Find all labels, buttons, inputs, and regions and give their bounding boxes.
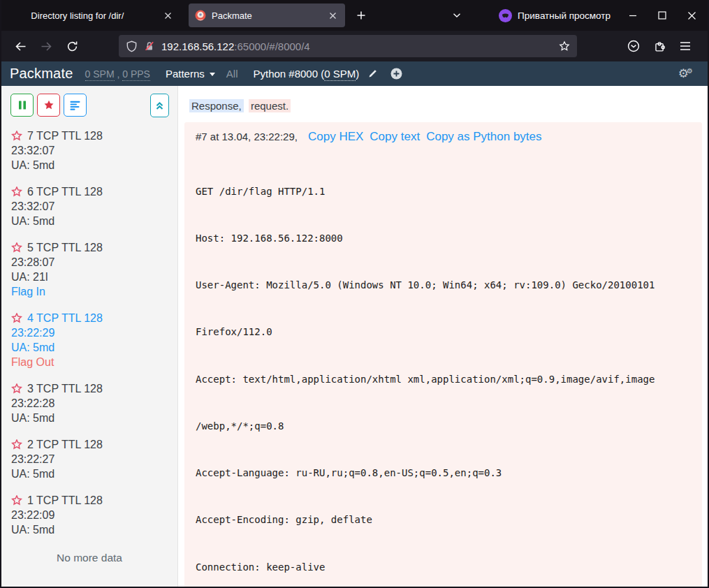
minimize-button[interactable]	[629, 11, 637, 20]
packet-list-item-6[interactable]: 6 TCP TTL 128 23:32:07 UA: 5md	[11, 184, 177, 228]
spm-stat: 0 SPM	[85, 68, 115, 81]
sidebar-toolbar	[1, 86, 177, 117]
tab-title: Directory listing for /dir/	[31, 10, 124, 21]
list-all-tabs-icon[interactable]	[451, 10, 462, 21]
tab-bar: Directory listing for /dir/ Packmate При…	[1, 0, 708, 31]
packet-list-item-1[interactable]: 1 TCP TTL 128 23:22:09 UA: 5md	[11, 493, 177, 537]
request-payload: GET /dir/flag HTTP/1.1 Host: 192.168.56.…	[196, 152, 691, 587]
forward-button[interactable]	[36, 36, 57, 57]
url-bar[interactable]: 192.168.56.122:65000/#/8000/4	[119, 35, 577, 57]
insecure-lock-icon[interactable]	[144, 41, 155, 52]
favorite-star-icon[interactable]	[11, 131, 22, 141]
tab-service-python-8000[interactable]: Python #8000 (0 SPM)	[253, 68, 359, 80]
packet-detail-pane: Response, request. #7 at 13.04, 23:22:29…	[178, 86, 708, 587]
add-service-button[interactable]	[390, 68, 402, 80]
tab-packmate[interactable]: Packmate	[189, 3, 345, 27]
edit-service-pencil-icon[interactable]	[367, 68, 378, 79]
patterns-dropdown[interactable]: Patterns	[166, 68, 215, 80]
packmate-header: Packmate 0 SPM , 0 PPS Patterns All Pyth…	[1, 61, 708, 86]
packet-list: 7 TCP TTL 128 23:32:07 UA: 5md 6 TCP TTL…	[1, 117, 177, 537]
close-tab-icon[interactable]	[327, 10, 339, 22]
bookmark-star-icon[interactable]	[559, 41, 570, 52]
copy-text-link[interactable]: Copy text	[370, 130, 420, 144]
menu-hamburger-icon[interactable]	[675, 36, 696, 57]
content-area: 7 TCP TTL 128 23:32:07 UA: 5md 6 TCP TTL…	[1, 86, 708, 587]
packet-block-request-7: #7 at 13.04, 23:22:29, Copy HEX Copy tex…	[184, 122, 702, 587]
favorite-star-icon[interactable]	[11, 383, 22, 394]
settings-gears-icon[interactable]: ⚙⚙	[678, 68, 699, 80]
url-text: 192.168.56.122:65000/#/8000/4	[161, 41, 310, 52]
legend-response: Response,	[189, 99, 244, 112]
copy-hex-link[interactable]: Copy HEX	[308, 130, 363, 144]
tab-all-services[interactable]: All	[226, 68, 238, 80]
browser-toolbar: 192.168.56.122:65000/#/8000/4	[1, 31, 708, 61]
favorite-star-icon[interactable]	[11, 242, 22, 253]
packet-header: #7 at 13.04, 23:22:29,	[196, 131, 298, 142]
close-tab-icon[interactable]	[162, 10, 174, 22]
pocket-icon[interactable]	[623, 36, 644, 57]
pps-stat: 0 PPS	[122, 68, 150, 81]
traffic-stats: 0 SPM , 0 PPS	[85, 68, 150, 80]
private-browsing-badge: Приватный просмотр	[499, 9, 611, 22]
reload-button[interactable]	[61, 36, 82, 57]
legend-request: request.	[249, 99, 291, 112]
pause-capture-button[interactable]	[10, 94, 34, 117]
sidebar-no-more-data: No more data	[1, 552, 177, 564]
packet-list-item-2[interactable]: 2 TCP TTL 128 23:22:27 UA: 5md	[11, 437, 177, 481]
new-tab-button[interactable]	[352, 6, 370, 24]
scroll-to-top-button[interactable]	[150, 94, 169, 117]
flag-in-link[interactable]: Flag In	[11, 284, 177, 299]
packmate-favicon-icon	[195, 10, 206, 21]
shield-icon[interactable]	[126, 41, 138, 52]
flag-out-link[interactable]: Flag Out	[11, 355, 177, 369]
private-mask-icon	[499, 9, 512, 22]
tab-directory-listing[interactable]: Directory listing for /dir/	[6, 3, 180, 27]
favorite-star-icon[interactable]	[11, 313, 22, 323]
packet-sidebar: 7 TCP TTL 128 23:32:07 UA: 5md 6 TCP TTL…	[1, 86, 178, 587]
favorite-star-icon[interactable]	[11, 439, 22, 450]
packet-list-item-5[interactable]: 5 TCP TTL 128 23:28:07 UA: 21l Flag In	[11, 240, 177, 299]
back-button[interactable]	[10, 36, 31, 57]
maximize-button[interactable]	[658, 11, 666, 20]
close-window-button[interactable]	[687, 11, 696, 20]
favorite-star-icon[interactable]	[11, 495, 22, 506]
favorite-star-icon[interactable]	[11, 186, 22, 197]
packet-list-item-3[interactable]: 3 TCP TTL 128 23:22:28 UA: 5md	[11, 381, 177, 425]
caret-down-icon	[210, 73, 215, 76]
legend: Response, request.	[189, 100, 702, 112]
app-brand[interactable]: Packmate	[10, 66, 73, 82]
packet-list-item-7[interactable]: 7 TCP TTL 128 23:32:07 UA: 5md	[11, 128, 177, 172]
favorites-filter-button[interactable]	[37, 94, 60, 117]
private-browsing-label: Приватный просмотр	[518, 10, 611, 21]
browser-window: Directory listing for /dir/ Packmate При…	[0, 0, 709, 588]
packet-list-item-4-selected[interactable]: 4 TCP TTL 128 23:22:29 UA: 5md Flag Out	[11, 311, 177, 369]
list-view-button[interactable]	[64, 94, 87, 117]
copy-python-bytes-link[interactable]: Copy as Python bytes	[426, 130, 541, 144]
extensions-puzzle-icon[interactable]	[649, 36, 670, 57]
tab-title: Packmate	[212, 10, 252, 21]
window-controls	[629, 11, 708, 20]
